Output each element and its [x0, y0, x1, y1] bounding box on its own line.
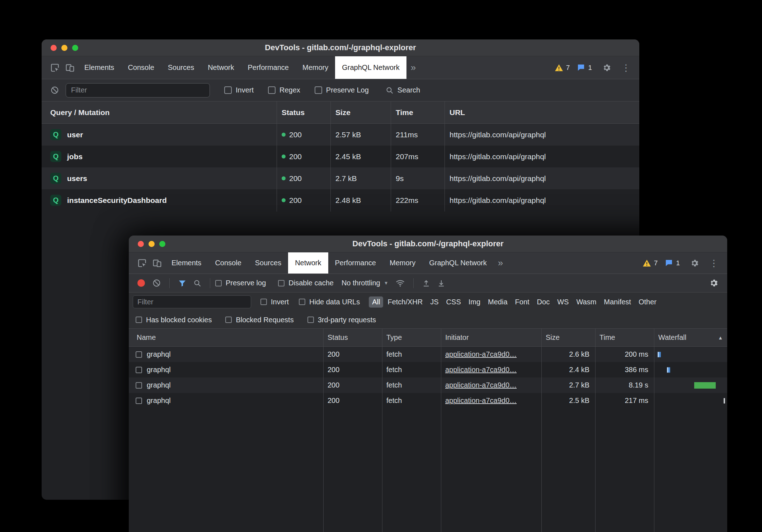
- device-toolbar-icon[interactable]: [62, 56, 77, 79]
- table-row[interactable]: graphql 200 fetch application-a7ca9d0… 2…: [129, 347, 727, 362]
- clear-icon[interactable]: [152, 279, 161, 288]
- checkbox-box[interactable]: [224, 86, 232, 94]
- has-blocked-cookies-checkbox[interactable]: Has blocked cookies: [136, 316, 212, 324]
- initiator-link[interactable]: application-a7ca9d0…: [445, 366, 517, 374]
- search-icon[interactable]: [193, 279, 202, 288]
- warnings-counter[interactable]: 7: [643, 259, 658, 267]
- inspect-element-icon[interactable]: [47, 56, 62, 79]
- chip-img[interactable]: Img: [465, 296, 484, 308]
- tab-elements[interactable]: Elements: [77, 56, 121, 79]
- titlebar[interactable]: DevTools - gitlab.com/-/graphql-explorer: [42, 39, 639, 56]
- filter-funnel-icon[interactable]: [178, 279, 187, 288]
- close-button[interactable]: [138, 241, 144, 247]
- checkbox-box[interactable]: [260, 299, 267, 305]
- initiator-link[interactable]: application-a7ca9d0…: [445, 381, 517, 389]
- close-button[interactable]: [51, 45, 57, 51]
- tab-sources[interactable]: Sources: [161, 56, 201, 79]
- col-size[interactable]: Size: [541, 333, 595, 342]
- disable-cache-checkbox[interactable]: Disable cache: [278, 279, 334, 287]
- inspect-element-icon[interactable]: [135, 252, 150, 274]
- zoom-button[interactable]: [159, 241, 165, 247]
- checkbox-box[interactable]: [136, 317, 142, 323]
- tab-memory[interactable]: Memory: [383, 252, 422, 274]
- chip-media[interactable]: Media: [485, 296, 511, 308]
- tab-network[interactable]: Network: [288, 252, 328, 274]
- col-time[interactable]: Time: [391, 108, 445, 117]
- checkbox-box[interactable]: [268, 86, 276, 94]
- more-tabs-icon[interactable]: »: [406, 56, 420, 79]
- chip-fetch-xhr[interactable]: Fetch/XHR: [384, 296, 426, 308]
- third-party-requests-checkbox[interactable]: 3rd-party requests: [307, 316, 376, 324]
- tab-memory[interactable]: Memory: [296, 56, 335, 79]
- warnings-counter[interactable]: 7: [555, 64, 570, 72]
- col-time[interactable]: Time: [595, 333, 654, 342]
- chip-js[interactable]: JS: [427, 296, 442, 308]
- row-checkbox[interactable]: [136, 398, 142, 404]
- chip-all[interactable]: All: [369, 296, 383, 308]
- initiator-link[interactable]: application-a7ca9d0…: [445, 350, 517, 358]
- checkbox-box[interactable]: [307, 317, 314, 323]
- chip-wasm[interactable]: Wasm: [573, 296, 599, 308]
- tab-performance[interactable]: Performance: [241, 56, 296, 79]
- invert-checkbox[interactable]: Invert: [224, 86, 254, 94]
- checkbox-box[interactable]: [278, 280, 284, 286]
- initiator-link[interactable]: application-a7ca9d0…: [445, 396, 517, 404]
- filter-input[interactable]: [66, 83, 210, 98]
- issues-counter[interactable]: 1: [577, 63, 592, 72]
- settings-gear-icon[interactable]: [599, 63, 614, 72]
- table-row[interactable]: Quser 200 2.57 kB 211ms https://gitlab.c…: [42, 124, 639, 146]
- tab-graphql-network[interactable]: GraphQL Network: [422, 252, 493, 274]
- col-status[interactable]: Status: [277, 108, 330, 117]
- device-toolbar-icon[interactable]: [150, 252, 165, 274]
- tab-console[interactable]: Console: [121, 56, 161, 79]
- preserve-log-checkbox[interactable]: Preserve Log: [315, 86, 369, 94]
- col-status[interactable]: Status: [323, 333, 382, 342]
- tab-graphql-network[interactable]: GraphQL Network: [335, 56, 406, 79]
- preserve-log-checkbox[interactable]: Preserve log: [215, 279, 266, 287]
- tab-console[interactable]: Console: [208, 252, 248, 274]
- kebab-menu-icon[interactable]: ⋮: [621, 63, 631, 72]
- more-tabs-icon[interactable]: »: [494, 252, 507, 274]
- blocked-requests-checkbox[interactable]: Blocked Requests: [225, 316, 293, 324]
- tab-performance[interactable]: Performance: [328, 252, 383, 274]
- throttling-dropdown[interactable]: No throttling ▼: [342, 279, 389, 287]
- issues-counter[interactable]: 1: [665, 259, 680, 267]
- table-row[interactable]: graphql 200 fetch application-a7ca9d0… 2…: [129, 393, 727, 408]
- chip-ws[interactable]: WS: [554, 296, 572, 308]
- chip-font[interactable]: Font: [512, 296, 533, 308]
- table-row[interactable]: Qusers 200 2.7 kB 9s https://gitlab.com/…: [42, 167, 639, 189]
- table-row[interactable]: graphql 200 fetch application-a7ca9d0… 2…: [129, 362, 727, 377]
- checkbox-box[interactable]: [225, 317, 232, 323]
- network-settings-gear-icon[interactable]: [709, 278, 719, 288]
- col-waterfall[interactable]: Waterfall ▲: [654, 329, 727, 346]
- hide-data-urls-checkbox[interactable]: Hide data URLs: [299, 298, 360, 306]
- titlebar[interactable]: DevTools - gitlab.com/-/graphql-explorer: [129, 236, 727, 252]
- col-url[interactable]: URL: [445, 108, 639, 117]
- zoom-button[interactable]: [72, 45, 78, 51]
- export-har-icon[interactable]: [437, 279, 446, 288]
- col-initiator[interactable]: Initiator: [441, 333, 541, 342]
- invert-checkbox[interactable]: Invert: [260, 298, 289, 306]
- settings-gear-icon[interactable]: [687, 258, 702, 268]
- regex-checkbox[interactable]: Regex: [268, 86, 300, 94]
- row-checkbox[interactable]: [136, 367, 142, 373]
- table-row[interactable]: Qjobs 200 2.45 kB 207ms https://gitlab.c…: [42, 146, 639, 167]
- checkbox-box[interactable]: [315, 86, 322, 94]
- minimize-button[interactable]: [149, 241, 155, 247]
- tab-elements[interactable]: Elements: [165, 252, 208, 274]
- minimize-button[interactable]: [61, 45, 67, 51]
- table-row[interactable]: graphql 200 fetch application-a7ca9d0… 2…: [129, 377, 727, 393]
- checkbox-box[interactable]: [215, 280, 222, 286]
- record-button[interactable]: [137, 279, 145, 287]
- row-checkbox[interactable]: [136, 351, 142, 358]
- chip-other[interactable]: Other: [635, 296, 660, 308]
- chip-doc[interactable]: Doc: [534, 296, 553, 308]
- col-size[interactable]: Size: [330, 108, 391, 117]
- col-name[interactable]: Name: [129, 333, 323, 342]
- col-query-mutation[interactable]: Query / Mutation: [42, 108, 277, 117]
- chip-css[interactable]: CSS: [443, 296, 464, 308]
- tab-sources[interactable]: Sources: [248, 252, 288, 274]
- search-button[interactable]: Search: [385, 86, 420, 95]
- import-har-icon[interactable]: [422, 279, 431, 288]
- kebab-menu-icon[interactable]: ⋮: [709, 258, 719, 268]
